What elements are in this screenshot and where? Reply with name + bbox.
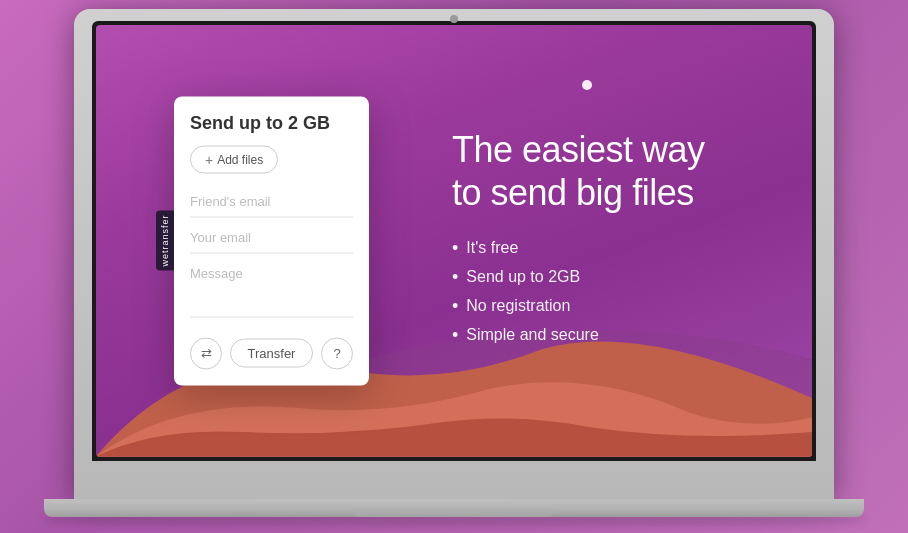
feature-item-2: Send up to 2GB	[452, 267, 782, 288]
friends-email-input[interactable]	[190, 185, 353, 217]
laptop-shadow	[44, 517, 864, 525]
laptop-container: wetransfer Send up to 2 GB + Add files	[44, 9, 864, 525]
brand-side-label: wetransfer	[156, 211, 174, 271]
panel-actions: ⇄ Transfer ?	[190, 337, 353, 369]
panel-title: Send up to 2 GB	[190, 112, 353, 133]
laptop-body: wetransfer Send up to 2 GB + Add files	[74, 9, 834, 499]
share-button[interactable]: ⇄	[190, 337, 222, 369]
your-email-input[interactable]	[190, 221, 353, 253]
screen: wetransfer Send up to 2 GB + Add files	[96, 25, 812, 457]
share-icon: ⇄	[201, 346, 212, 361]
laptop-base	[44, 499, 864, 517]
upload-panel: Send up to 2 GB + Add files ⇄	[174, 96, 369, 385]
main-headline: The easiest way to send big files	[452, 127, 782, 213]
help-icon: ?	[333, 346, 340, 361]
help-button[interactable]: ?	[321, 337, 353, 369]
add-files-label: Add files	[217, 152, 263, 166]
message-input[interactable]	[190, 257, 353, 317]
add-files-button[interactable]: + Add files	[190, 145, 278, 173]
feature-item-1: It's free	[452, 238, 782, 259]
plus-icon: +	[205, 151, 213, 167]
feature-item-3: No registration	[452, 296, 782, 317]
upload-panel-wrapper: wetransfer Send up to 2 GB + Add files	[156, 96, 369, 385]
feature-list: It's free Send up to 2GB No registration…	[452, 238, 782, 346]
transfer-button[interactable]: Transfer	[230, 339, 313, 368]
webcam-dot	[450, 15, 458, 23]
screen-bezel: wetransfer Send up to 2 GB + Add files	[92, 21, 816, 461]
decorative-dot	[582, 80, 592, 90]
feature-item-4: Simple and secure	[452, 325, 782, 346]
hero-content: The easiest way to send big files It's f…	[452, 127, 782, 353]
